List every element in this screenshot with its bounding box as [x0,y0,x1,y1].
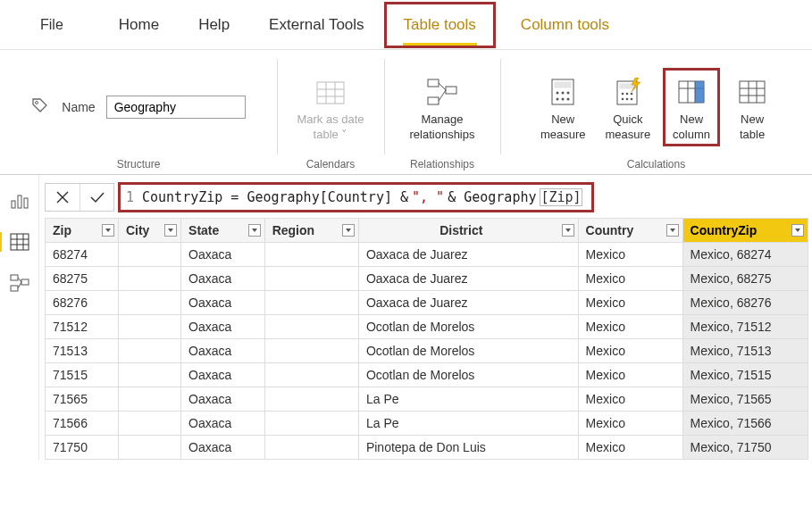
cell-zip[interactable]: 71513 [46,339,119,363]
cell-country[interactable]: Mexico [578,436,682,460]
table-row[interactable]: 71512OaxacaOcotlan de MorelosMexicoMexic… [46,315,808,339]
cell-countryzip[interactable]: Mexico, 68275 [682,267,808,291]
cell-region[interactable] [264,243,358,267]
cell-region[interactable] [264,339,358,363]
cell-zip[interactable]: 71566 [46,412,119,436]
col-header-country[interactable]: Country [578,219,682,243]
new-table-button[interactable]: Newtable [725,71,779,144]
sort-icon[interactable] [562,224,574,237]
col-header-zip[interactable]: Zip [46,219,119,243]
cell-state[interactable]: Oaxaca [181,267,265,291]
cell-district[interactable]: Pinotepa de Don Luis [358,436,578,460]
cell-countryzip[interactable]: Mexico, 71565 [682,387,808,412]
cancel-formula-button[interactable] [46,184,80,211]
col-header-city[interactable]: City [118,219,180,243]
cell-zip[interactable]: 71512 [46,315,119,339]
cell-zip[interactable]: 68276 [46,291,119,315]
cell-district[interactable]: Ocotlan de Morelos [358,315,578,339]
new-measure-button[interactable]: Newmeasure [533,71,593,144]
cell-country[interactable]: Mexico [578,243,682,267]
cell-countryzip[interactable]: Mexico, 71566 [682,412,808,436]
tab-home[interactable]: Home [99,2,179,48]
table-row[interactable]: 71750OaxacaPinotepa de Don LuisMexicoMex… [46,436,808,460]
commit-formula-button[interactable] [80,184,113,211]
data-view-button[interactable] [0,232,32,252]
cell-country[interactable]: Mexico [578,412,682,436]
cell-zip[interactable]: 71750 [46,436,119,460]
cell-region[interactable] [264,387,358,412]
cell-state[interactable]: Oaxaca [181,243,265,267]
cell-city[interactable] [118,339,180,363]
tab-file[interactable]: File [13,3,99,47]
cell-region[interactable] [264,291,358,315]
cell-country[interactable]: Mexico [578,363,682,387]
cell-countryzip[interactable]: Mexico, 71512 [682,315,808,339]
col-header-state[interactable]: State [181,219,265,243]
sort-icon[interactable] [164,224,177,237]
table-row[interactable]: 68276OaxacaOaxaca de JuarezMexicoMexico,… [46,291,808,315]
cell-zip[interactable]: 71565 [46,387,119,412]
cell-country[interactable]: Mexico [578,315,682,339]
quick-measure-button[interactable]: Quickmeasure [599,71,658,144]
cell-city[interactable] [118,243,180,267]
col-header-region[interactable]: Region [264,219,358,243]
cell-city[interactable] [118,267,180,291]
cell-district[interactable]: Oaxaca de Juarez [358,267,578,291]
cell-zip[interactable]: 68274 [46,243,119,267]
cell-state[interactable]: Oaxaca [181,363,265,387]
sort-icon[interactable] [102,224,114,237]
new-column-button[interactable]: Newcolumn [663,68,720,146]
cell-city[interactable] [118,436,180,460]
cell-country[interactable]: Mexico [578,339,682,363]
cell-district[interactable]: Ocotlan de Morelos [358,363,578,387]
cell-region[interactable] [264,412,358,436]
sort-icon[interactable] [791,224,804,237]
cell-district[interactable]: La Pe [358,412,578,436]
table-row[interactable]: 71565OaxacaLa PeMexicoMexico, 71565 [46,387,808,412]
cell-state[interactable]: Oaxaca [181,436,265,460]
cell-region[interactable] [264,267,358,291]
cell-state[interactable]: Oaxaca [181,412,265,436]
cell-country[interactable]: Mexico [578,291,682,315]
table-row[interactable]: 71515OaxacaOcotlan de MorelosMexicoMexic… [46,363,808,387]
cell-country[interactable]: Mexico [578,267,682,291]
cell-city[interactable] [118,315,180,339]
cell-state[interactable]: Oaxaca [181,315,265,339]
cell-countryzip[interactable]: Mexico, 68276 [682,291,808,315]
tab-column-tools[interactable]: Column tools [496,2,629,48]
cell-district[interactable]: La Pe [358,387,578,412]
cell-countryzip[interactable]: Mexico, 71513 [682,339,808,363]
tab-table-tools[interactable]: Table tools [384,2,496,48]
cell-city[interactable] [118,387,180,412]
sort-icon[interactable] [342,224,355,237]
cell-city[interactable] [118,363,180,387]
cell-city[interactable] [118,412,180,436]
cell-state[interactable]: Oaxaca [181,291,265,315]
cell-district[interactable]: Ocotlan de Morelos [358,339,578,363]
cell-countryzip[interactable]: Mexico, 71515 [682,363,808,387]
mark-as-date-table-button[interactable]: Mark as datetable ˅ [289,71,371,144]
cell-region[interactable] [264,363,358,387]
cell-state[interactable]: Oaxaca [181,339,265,363]
table-row[interactable]: 68275OaxacaOaxaca de JuarezMexicoMexico,… [46,267,808,291]
cell-countryzip[interactable]: Mexico, 71750 [682,436,808,460]
col-header-district[interactable]: District [358,219,578,243]
cell-city[interactable] [118,291,180,315]
model-view-button[interactable] [7,273,32,293]
cell-region[interactable] [264,436,358,460]
table-name-input[interactable] [106,96,246,119]
cell-zip[interactable]: 71515 [46,363,119,387]
formula-bar[interactable]: 1 CountryZip = Geography[Country] & ", "… [118,182,594,212]
tab-external-tools[interactable]: External Tools [249,2,383,48]
cell-region[interactable] [264,315,358,339]
cell-country[interactable]: Mexico [578,387,682,412]
manage-relationships-button[interactable]: Managerelationships [403,71,482,144]
cell-district[interactable]: Oaxaca de Juarez [358,243,578,267]
report-view-button[interactable] [7,191,32,211]
col-header-countryzip[interactable]: CountryZip [682,219,808,243]
table-row[interactable]: 71566OaxacaLa PeMexicoMexico, 71566 [46,412,808,436]
table-row[interactable]: 71513OaxacaOcotlan de MorelosMexicoMexic… [46,339,808,363]
cell-zip[interactable]: 68275 [46,267,119,291]
table-row[interactable]: 68274OaxacaOaxaca de JuarezMexicoMexico,… [46,243,808,267]
cell-district[interactable]: Oaxaca de Juarez [358,291,578,315]
